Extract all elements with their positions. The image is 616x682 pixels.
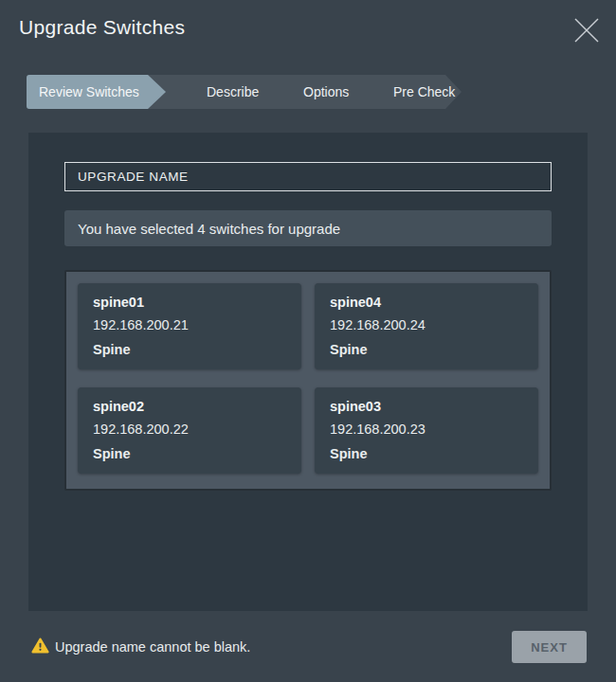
switch-name: spine03 [330,395,523,418]
switch-card: spine03 192.168.200.23 Spine [315,387,538,474]
switch-role: Spine [330,442,523,465]
switch-role: Spine [330,338,523,361]
switch-name: spine02 [93,395,286,418]
switch-role: Spine [93,442,286,465]
switch-name: spine01 [93,291,286,314]
switch-name: spine04 [330,291,523,314]
review-switches-panel: UPGRADE NAME You have selected 4 switche… [28,133,588,611]
upgrade-name-input[interactable]: UPGRADE NAME [64,162,552,191]
next-button[interactable]: NEXT [512,631,587,663]
switch-role: Spine [93,338,286,361]
switch-card: spine02 192.168.200.22 Spine [78,387,301,474]
switch-ip: 192.168.200.23 [330,418,523,440]
warning-icon [31,637,49,654]
step-pre-check[interactable]: Pre Check [393,75,455,109]
switch-ip: 192.168.200.22 [93,418,286,440]
switch-card: spine04 192.168.200.24 Spine [315,283,538,369]
switch-card: spine01 192.168.200.21 Spine [78,283,301,369]
selection-message: You have selected 4 switches for upgrade [64,210,552,246]
switch-cards-grid: spine01 192.168.200.21 Spine spine04 192… [66,272,550,485]
upgrade-name-label: UPGRADE NAME [78,170,189,184]
switch-ip: 192.168.200.24 [330,314,523,336]
step-review-switches-label: Review Switches [39,84,139,99]
selected-switches-container: spine01 192.168.200.21 Spine spine04 192… [64,270,552,491]
wizard-stepper: Review Switches Describe Options Pre Che… [27,75,462,109]
step-review-switches[interactable]: Review Switches [27,75,166,109]
step-describe[interactable]: Describe [207,75,259,109]
dialog-title: Upgrade Switches [19,16,185,39]
switch-ip: 192.168.200.21 [93,314,286,336]
validation-message: Upgrade name cannot be blank. [55,640,250,655]
close-x-glyph [572,16,601,45]
close-icon[interactable] [570,13,604,47]
step-options[interactable]: Options [303,75,349,109]
